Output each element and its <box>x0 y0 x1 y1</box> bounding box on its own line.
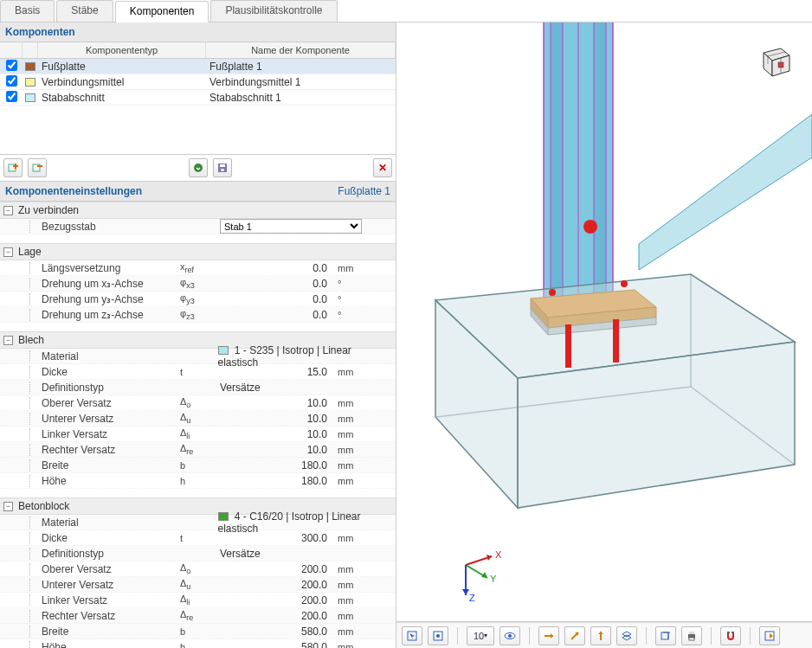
prop-concrete-thickness[interactable]: Dicke t 300.0 mm <box>0 530 396 546</box>
component-row[interactable]: VerbindungsmittelVerbindungsmittel 1 <box>0 74 396 90</box>
print-button[interactable] <box>681 626 702 645</box>
svg-rect-11 <box>551 22 563 300</box>
component-row[interactable]: StababschnittStababschnitt 1 <box>0 90 396 106</box>
tab-bar: Basis Stäbe Komponenten Plausibilitätsko… <box>0 0 812 22</box>
prop-concrete-offset[interactable]: Unterer VersatzΔu200.0mm <box>0 577 396 593</box>
prop-plate-offset[interactable]: Linker VersatzΔli10.0mm <box>0 427 396 442</box>
reference-member-select[interactable]: Stab 1 <box>220 219 362 234</box>
prop-position-row[interactable]: Längsversetzungxref0.0mm <box>0 260 396 276</box>
components-header: Komponenten <box>0 22 396 42</box>
svg-rect-25 <box>565 324 571 368</box>
select-mode-button[interactable] <box>402 626 422 645</box>
component-name: Verbindungsmittel 1 <box>206 76 396 88</box>
layers-button[interactable] <box>616 626 637 645</box>
new-component-button[interactable] <box>3 158 23 177</box>
svg-point-29 <box>583 220 597 234</box>
svg-point-27 <box>549 289 556 296</box>
component-color-swatch <box>25 78 35 87</box>
prop-concrete-height[interactable]: Höhe h 580.0 mm <box>0 639 396 648</box>
viewport-toolbar: 10▾ <box>396 622 812 648</box>
delete-component-button[interactable] <box>28 158 47 177</box>
collapse-icon[interactable]: − <box>3 336 13 345</box>
svg-point-5 <box>194 164 203 172</box>
component-visibility-checkbox[interactable] <box>6 75 17 87</box>
material-color-swatch <box>218 346 229 355</box>
component-row[interactable]: FußplatteFußplatte 1 <box>0 59 396 74</box>
group-position[interactable]: − Lage <box>0 243 396 260</box>
component-name: Fußplatte 1 <box>206 61 396 73</box>
svg-marker-9 <box>639 114 812 270</box>
prop-plate-offset[interactable]: Unterer VersatzΔu10.0mm <box>0 411 396 427</box>
font-size-selector[interactable]: 10▾ <box>467 626 494 645</box>
prop-plate-material[interactable]: Material 1 - S235 | Isotrop | Linear ela… <box>0 349 396 364</box>
svg-rect-36 <box>778 62 783 67</box>
prop-plate-offset[interactable]: Rechter VersatzΔre10.0mm <box>0 442 396 458</box>
component-visibility-checkbox[interactable] <box>6 91 17 102</box>
prop-concrete-material[interactable]: Material 4 - C16/20 | Isotrop | Linear e… <box>0 515 396 530</box>
svg-marker-58 <box>622 635 631 640</box>
settings-header: Komponenteneinstellungen Fußplatte 1 <box>0 182 396 202</box>
prop-plate-offset[interactable]: Oberer VersatzΔo10.0mm <box>0 395 396 411</box>
svg-marker-68 <box>770 633 773 638</box>
svg-marker-56 <box>598 632 603 634</box>
svg-rect-7 <box>220 164 225 167</box>
svg-rect-26 <box>613 319 619 362</box>
prop-plate-height[interactable]: Höhe h 180.0 mm <box>0 473 396 489</box>
prop-plate-width[interactable]: Breite b 180.0 mm <box>0 458 396 473</box>
svg-marker-57 <box>622 632 631 637</box>
svg-point-28 <box>621 280 628 287</box>
3d-viewport[interactable]: X Y Z <box>396 22 812 622</box>
prop-concrete-offset[interactable]: Oberer VersatzΔo200.0mm <box>0 561 396 577</box>
prop-reference-member: Bezugsstab Stab 1 <box>0 219 396 234</box>
prop-position-row[interactable]: Drehung um z₃-Achseφz30.0° <box>0 307 396 323</box>
collapse-icon[interactable]: − <box>3 247 13 257</box>
svg-text:X: X <box>495 549 502 560</box>
tab-staebe[interactable]: Stäbe <box>56 0 113 22</box>
svg-rect-66 <box>731 632 734 633</box>
components-title: Komponenten <box>5 26 75 38</box>
components-toolbar: ✕ <box>0 155 396 182</box>
move-x-button[interactable] <box>538 626 559 645</box>
material-color-swatch <box>218 512 229 521</box>
tab-basis[interactable]: Basis <box>0 0 55 22</box>
move-y-button[interactable] <box>564 626 585 645</box>
svg-rect-63 <box>689 632 694 634</box>
prop-concrete-width[interactable]: Breite b 580.0 mm <box>0 624 396 639</box>
group-connect[interactable]: − Zu verbinden <box>0 202 396 219</box>
component-type: Stababschnitt <box>38 92 206 104</box>
components-table: Komponententyp Name der Komponente Fußpl… <box>0 42 396 155</box>
visibility-button[interactable] <box>499 626 520 645</box>
prop-concrete-deftype[interactable]: Definitionstyp Versätze <box>0 546 396 561</box>
settings-context: Fußplatte 1 <box>338 185 390 197</box>
component-visibility-checkbox[interactable] <box>6 60 17 71</box>
close-button[interactable]: ✕ <box>373 158 392 177</box>
tab-plausibilitaet[interactable]: Plausibilitätskontrolle <box>210 0 337 22</box>
pan-mode-button[interactable] <box>428 626 448 645</box>
component-type: Verbindungsmittel <box>38 76 206 88</box>
prop-plate-deftype[interactable]: Definitionstyp Versätze <box>0 380 396 395</box>
axis-gizmo: X Y Z <box>448 539 518 611</box>
prop-plate-thickness[interactable]: Dicke t 15.0 mm <box>0 364 396 380</box>
svg-rect-59 <box>661 632 668 639</box>
prop-position-row[interactable]: Drehung um y₃-Achseφy30.0° <box>0 292 396 307</box>
collapse-icon[interactable]: − <box>3 206 13 215</box>
prop-concrete-offset[interactable]: Rechter VersatzΔre200.0mm <box>0 608 396 624</box>
import-button[interactable] <box>189 158 208 177</box>
save-button[interactable] <box>213 158 232 177</box>
property-grid: − Zu verbinden Bezugsstab Stab 1 − Lage … <box>0 202 396 648</box>
svg-rect-8 <box>221 169 224 171</box>
collapse-icon[interactable]: − <box>3 502 13 511</box>
component-type: Fußplatte <box>38 61 206 73</box>
view-cube[interactable] <box>755 40 795 80</box>
move-z-button[interactable] <box>590 626 611 645</box>
prop-position-row[interactable]: Drehung um x₃-Achseφx30.0° <box>0 276 396 292</box>
prop-concrete-offset[interactable]: Linker VersatzΔli200.0mm <box>0 593 396 608</box>
render-mode-button[interactable] <box>655 626 676 645</box>
expand-button[interactable] <box>759 626 780 645</box>
tab-komponenten[interactable]: Komponenten <box>115 1 209 22</box>
magnet-button[interactable] <box>720 626 741 645</box>
svg-rect-12 <box>594 22 606 300</box>
col-header-name: Name der Komponente <box>206 42 396 58</box>
svg-rect-64 <box>689 638 694 640</box>
settings-title: Komponenteneinstellungen <box>5 185 142 197</box>
